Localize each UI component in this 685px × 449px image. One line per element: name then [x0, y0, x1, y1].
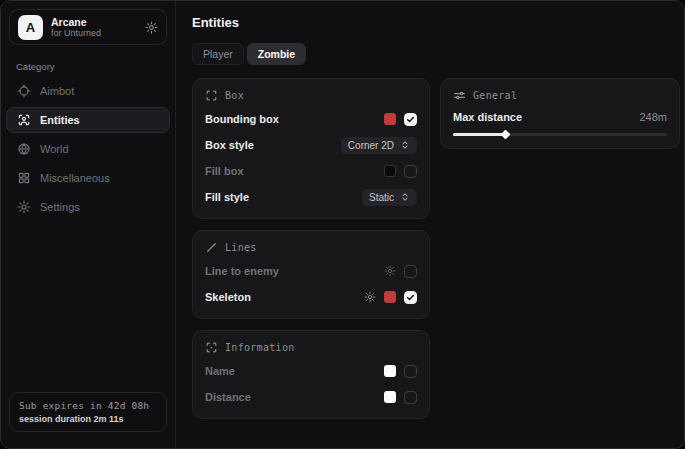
setting-row-bounding-box: Bounding box	[205, 110, 417, 128]
tab-bar: Player Zombie	[192, 43, 680, 65]
card-title: General	[473, 90, 517, 101]
name-checkbox[interactable]	[404, 365, 417, 378]
information-card: Information Name Distance	[192, 330, 430, 419]
app-name: Arcane	[51, 16, 137, 28]
sidebar-item-entities[interactable]: Entities	[6, 107, 170, 133]
general-card: General Max distance 248m	[440, 78, 680, 149]
setting-row-fill-style: Fill style Static	[205, 188, 417, 206]
right-column: General Max distance 248m	[440, 78, 680, 149]
sidebar-item-world[interactable]: World	[6, 136, 170, 162]
setting-row-skeleton: Skeleton	[205, 288, 417, 306]
app-logo: A	[18, 15, 43, 40]
sidebar-item-aimbot[interactable]: Aimbot	[6, 78, 170, 104]
color-swatch-white[interactable]	[384, 391, 396, 403]
crosshair-icon	[17, 84, 31, 98]
diagonal-line-icon	[205, 241, 218, 254]
dropdown-value: Corner 2D	[348, 140, 394, 151]
settings-columns: Box Bounding box Box style	[192, 78, 680, 419]
box-style-dropdown[interactable]: Corner 2D	[341, 137, 417, 154]
category-label: Category	[16, 61, 175, 72]
sidebar: A Arcane for Unturned Category A	[1, 1, 176, 448]
globe-icon	[17, 142, 31, 156]
setting-label: Bounding box	[205, 113, 279, 125]
setting-label: Name	[205, 365, 235, 377]
fill-box-checkbox[interactable]	[404, 165, 417, 178]
row-settings-gear-icon[interactable]	[364, 291, 376, 303]
settings-gear-icon[interactable]	[145, 21, 158, 34]
card-title: Information	[225, 342, 295, 353]
app-subtitle: for Unturned	[51, 28, 137, 38]
app-window: A Arcane for Unturned Category A	[0, 0, 685, 449]
left-column: Box Bounding box Box style	[192, 78, 430, 419]
setting-row-distance: Distance	[205, 388, 417, 406]
session-duration-text: session duration 2m 11s	[19, 414, 157, 424]
scan-dot-icon	[205, 341, 218, 354]
slider-thumb[interactable]	[501, 130, 511, 140]
information-card-header: Information	[205, 341, 417, 354]
card-title: Box	[225, 90, 244, 101]
box-card-header: Box	[205, 89, 417, 102]
box-corners-icon	[205, 89, 218, 102]
setting-label: Fill style	[205, 191, 249, 203]
sidebar-item-label: Miscellaneous	[40, 172, 110, 184]
lines-card-header: Lines	[205, 241, 417, 254]
brand-text: Arcane for Unturned	[51, 16, 137, 38]
sliders-icon	[453, 89, 466, 102]
skeleton-checkbox[interactable]	[404, 291, 417, 304]
setting-row-name: Name	[205, 362, 417, 380]
color-swatch-black[interactable]	[384, 165, 396, 177]
setting-label: Box style	[205, 139, 254, 151]
sidebar-item-label: Entities	[40, 114, 80, 126]
max-distance-row: Max distance 248m	[453, 111, 667, 123]
sidebar-item-label: Settings	[40, 201, 80, 213]
setting-label: Skeleton	[205, 291, 251, 303]
sidebar-item-miscellaneous[interactable]: Miscellaneous	[6, 165, 170, 191]
setting-row-line-to-enemy: Line to enemy	[205, 262, 417, 280]
sub-expiry-text: Sub expires in 42d 08h	[19, 400, 157, 411]
grid-icon	[17, 171, 31, 185]
unfold-icon	[400, 140, 410, 150]
line-to-enemy-checkbox[interactable]	[404, 265, 417, 278]
card-title: Lines	[225, 242, 257, 253]
max-distance-value: 248m	[639, 111, 667, 123]
brand-header: A Arcane for Unturned	[9, 9, 167, 45]
setting-row-fill-box: Fill box	[205, 162, 417, 180]
slider-fill	[453, 133, 505, 136]
sidebar-item-label: World	[40, 143, 69, 155]
subscription-info: Sub expires in 42d 08h session duration …	[9, 392, 167, 432]
setting-label: Max distance	[453, 111, 522, 123]
lines-card: Lines Line to enemy	[192, 230, 430, 319]
bounding-box-checkbox[interactable]	[404, 113, 417, 126]
setting-label: Distance	[205, 391, 251, 403]
color-swatch-red[interactable]	[384, 291, 396, 303]
tab-zombie[interactable]: Zombie	[247, 43, 306, 65]
setting-label: Fill box	[205, 165, 244, 177]
person-scan-icon	[17, 113, 31, 127]
unfold-icon	[400, 192, 410, 202]
sidebar-nav: Aimbot Entities World	[1, 78, 175, 220]
dropdown-value: Static	[369, 192, 394, 203]
sidebar-item-settings[interactable]: Settings	[6, 194, 170, 220]
color-swatch-red[interactable]	[384, 113, 396, 125]
distance-checkbox[interactable]	[404, 391, 417, 404]
sidebar-item-label: Aimbot	[40, 85, 74, 97]
fill-style-dropdown[interactable]: Static	[362, 189, 417, 206]
page-title: Entities	[192, 15, 680, 30]
max-distance-slider[interactable]	[453, 133, 667, 136]
box-card: Box Bounding box Box style	[192, 78, 430, 219]
color-swatch-white[interactable]	[384, 365, 396, 377]
gear-icon	[17, 200, 31, 214]
general-card-header: General	[453, 89, 667, 102]
setting-row-box-style: Box style Corner 2D	[205, 136, 417, 154]
setting-label: Line to enemy	[205, 265, 279, 277]
tab-player[interactable]: Player	[192, 43, 244, 65]
row-settings-gear-icon[interactable]	[384, 265, 396, 277]
main-content: Entities Player Zombie Box	[176, 1, 685, 448]
